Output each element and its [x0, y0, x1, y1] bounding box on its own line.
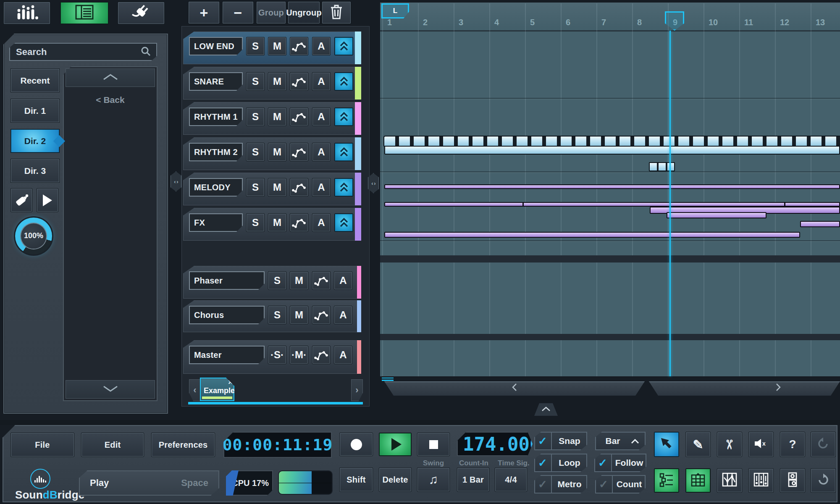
track-name-field[interactable]: FX	[189, 213, 243, 232]
solo-button[interactable]: S	[246, 72, 265, 91]
group-button[interactable]: Group	[256, 1, 286, 24]
panel-resize-handle-right[interactable]: ‹ ›	[368, 173, 379, 193]
track-name-field[interactable]: SNARE	[189, 72, 243, 91]
timeline-ruler[interactable]	[380, 3, 840, 32]
cut-tool-button[interactable]: ✂	[717, 432, 742, 457]
arm-button[interactable]: A	[312, 72, 331, 91]
quantize-note-button[interactable]: ♫	[417, 467, 450, 492]
remove-track-button[interactable]: −	[222, 1, 254, 24]
count-toggle[interactable]: ✓ Count	[595, 475, 646, 494]
track-name-field[interactable]: LOW END	[189, 37, 243, 55]
track-name-field[interactable]: Phaser	[189, 271, 265, 290]
track-name-field[interactable]: Chorus	[189, 306, 265, 324]
count-in-length-button[interactable]: 1 Bar	[457, 467, 489, 492]
preview-play-button[interactable]	[37, 188, 58, 212]
undo-button[interactable]	[811, 432, 836, 457]
solo-button[interactable]: S	[246, 37, 265, 55]
track-name-field[interactable]: RHYTHM 2	[189, 143, 243, 161]
paint-tool-button[interactable]	[10, 188, 32, 212]
edit-menu-button[interactable]: Edit	[81, 433, 144, 457]
help-button[interactable]: ?	[780, 432, 805, 457]
time-sig-button[interactable]: 4/4	[495, 467, 527, 492]
clip-purple[interactable]	[384, 184, 840, 189]
automation-button[interactable]	[290, 178, 308, 197]
playhead-line[interactable]	[669, 31, 671, 376]
file-menu-button[interactable]: File	[10, 433, 74, 457]
track-name-field[interactable]: Master	[189, 346, 265, 364]
delete-track-button[interactable]	[322, 1, 351, 24]
scroll-down-button[interactable]	[66, 380, 155, 399]
solo-button[interactable]: S	[268, 271, 286, 290]
arm-button[interactable]: A	[312, 213, 331, 232]
track-row-snare[interactable]: SNARESMA	[183, 67, 361, 100]
preferences-menu-button[interactable]: Preferences	[151, 433, 215, 457]
collapse-button[interactable]	[334, 72, 353, 91]
track-row-melody[interactable]: MELODYSMA	[183, 173, 361, 205]
timeline-scroll-left-button[interactable]	[384, 381, 645, 396]
automation-button[interactable]	[290, 37, 308, 55]
metro-toggle[interactable]: ✓ Metro	[534, 475, 587, 494]
scroll-up-button[interactable]	[66, 68, 155, 87]
automation-button[interactable]	[290, 213, 308, 232]
loop-toggle[interactable]: ✓ Loop	[534, 454, 587, 472]
back-button[interactable]: < Back	[63, 95, 158, 105]
solo-button[interactable]: S	[268, 306, 286, 324]
bpm-display[interactable]: 174.000	[457, 432, 533, 456]
sidebar-item-recent[interactable]: Recent	[10, 68, 60, 92]
timeline-scroll-right-button[interactable]	[649, 381, 840, 396]
solo-button[interactable]: S	[246, 178, 265, 197]
track-row-master[interactable]: Master·S··M·A	[183, 340, 361, 374]
clip-purple[interactable]	[384, 202, 840, 207]
clip-bluesm[interactable]	[649, 162, 675, 171]
mute-button[interactable]: M	[268, 37, 286, 55]
mixer-view-button[interactable]	[748, 468, 774, 493]
track-row-chorus[interactable]: ChorusSMA	[183, 300, 361, 332]
clip-blueseg[interactable]	[384, 136, 840, 146]
loop-marker[interactable]: L	[381, 3, 409, 18]
arm-button[interactable]: A	[334, 306, 352, 324]
redo-button[interactable]	[811, 468, 836, 493]
mute-button[interactable]: M	[290, 306, 308, 324]
arrangement-view-button[interactable]	[685, 468, 711, 493]
snap-grid-dropdown[interactable]: Bar	[595, 432, 646, 450]
sidebar-item-dir-2[interactable]: Dir. 2	[10, 129, 60, 153]
arm-button[interactable]: A	[334, 346, 352, 364]
select-tool-button[interactable]	[654, 432, 679, 457]
tab-example[interactable]: ✕ Example...	[200, 378, 234, 401]
stats-view-button[interactable]	[3, 2, 50, 24]
arm-button[interactable]: A	[312, 143, 331, 161]
automation-button[interactable]	[290, 108, 308, 126]
arm-button[interactable]: A	[334, 271, 352, 290]
mute-button[interactable]: ·M·	[290, 346, 308, 364]
delete-button[interactable]: Delete	[379, 467, 412, 492]
mute-button[interactable]: M	[268, 143, 286, 161]
track-name-field[interactable]: RHYTHM 1	[189, 108, 243, 126]
track-name-field[interactable]: MELODY	[189, 178, 243, 197]
clip-purple[interactable]	[667, 212, 766, 218]
ungroup-button[interactable]: Ungroup	[288, 1, 320, 24]
arm-button[interactable]: A	[312, 37, 331, 55]
track-row-fx[interactable]: FXSMA	[183, 208, 361, 241]
search-input[interactable]: Search	[9, 43, 157, 61]
automation-view-button[interactable]	[717, 468, 742, 493]
add-track-button[interactable]: +	[188, 1, 220, 24]
time-display[interactable]: 00:00:11:19	[223, 432, 332, 458]
io-toggle-button[interactable]	[780, 468, 805, 493]
sidebar-item-dir-3[interactable]: Dir. 3	[10, 159, 60, 183]
collapse-button[interactable]	[334, 213, 353, 232]
plugins-view-button[interactable]	[118, 2, 165, 24]
clip-blue[interactable]	[384, 146, 840, 155]
automation-button[interactable]	[290, 72, 308, 91]
record-button[interactable]	[339, 433, 373, 456]
automation-button[interactable]	[312, 306, 331, 324]
collapse-button[interactable]	[334, 178, 353, 197]
solo-button[interactable]: ·S·	[268, 346, 286, 364]
draw-tool-button[interactable]: ✎	[685, 432, 711, 457]
mute-tool-button[interactable]: x	[748, 432, 774, 457]
play-button[interactable]	[379, 433, 412, 456]
browser-zoom-knob[interactable]: 100%	[15, 218, 52, 255]
collapse-button[interactable]	[334, 143, 353, 161]
sidebar-item-dir-1[interactable]: Dir. 1	[10, 99, 60, 123]
solo-button[interactable]: S	[246, 108, 265, 126]
mute-button[interactable]: M	[268, 213, 286, 232]
